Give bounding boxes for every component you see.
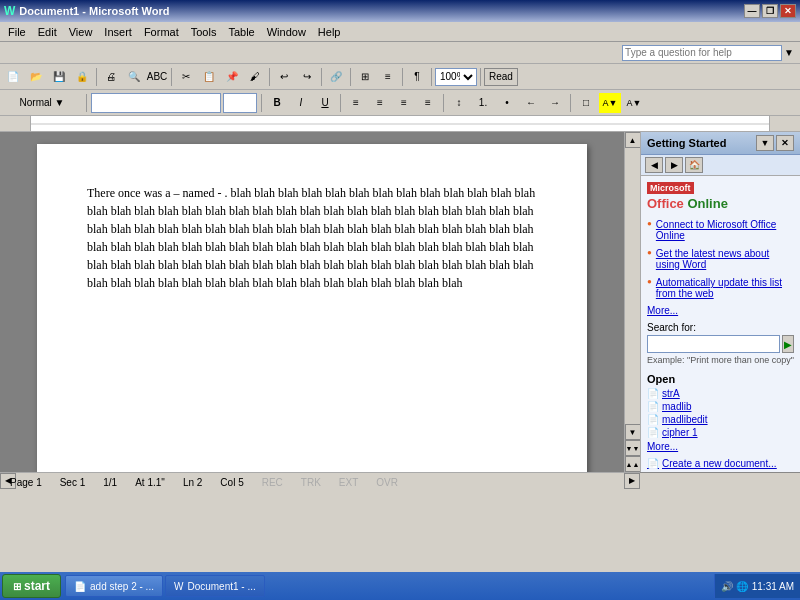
update-link[interactable]: Automatically update this list from the … <box>656 277 794 299</box>
menu-file[interactable]: File <box>2 24 32 40</box>
open-more-link[interactable]: More... <box>647 441 678 452</box>
align-left-btn[interactable]: ≡ <box>345 93 367 113</box>
print-btn[interactable]: 🖨 <box>100 67 122 87</box>
open-file-3[interactable]: cipher 1 <box>662 427 698 438</box>
menu-tools[interactable]: Tools <box>185 24 223 40</box>
increase-indent-btn[interactable]: → <box>544 93 566 113</box>
task-pane-menu-btn[interactable]: ▼ <box>756 135 774 151</box>
read-button[interactable]: Read <box>484 68 518 86</box>
copy-btn[interactable]: 📋 <box>198 67 220 87</box>
highlight-btn[interactable]: A▼ <box>599 93 621 113</box>
align-center-btn[interactable]: ≡ <box>369 93 391 113</box>
system-tray: 🔊 🌐 11:31 AM <box>714 574 800 598</box>
open-btn[interactable]: 📂 <box>25 67 47 87</box>
task-pane-back-btn[interactable]: ◀ <box>645 157 663 173</box>
spell-btn[interactable]: ABC <box>146 67 168 87</box>
search-label: Search for: <box>647 322 794 333</box>
news-link[interactable]: Get the latest news about using Word <box>656 248 794 270</box>
zoom-select[interactable]: 100% 75% 150% <box>435 68 477 86</box>
columns-btn[interactable]: ≡ <box>377 67 399 87</box>
bullet-list-btn[interactable]: • <box>496 93 518 113</box>
taskbar-item-icon-0: 📄 <box>74 581 86 592</box>
font-toolbar: Normal ▼ Times New Roman 12 B I U ≡ ≡ ≡ … <box>0 90 800 116</box>
restore-button[interactable]: ❐ <box>762 4 778 18</box>
table-btn[interactable]: ⊞ <box>354 67 376 87</box>
hyperlink-btn[interactable]: 🔗 <box>325 67 347 87</box>
menu-table[interactable]: Table <box>222 24 260 40</box>
scroll-top-btn[interactable]: ▲▲ <box>625 456 641 472</box>
task-pane-forward-btn[interactable]: ▶ <box>665 157 683 173</box>
vertical-scrollbar[interactable]: ▲ ▼ ▼▼ ▲▲ <box>624 132 640 472</box>
line-spacing-btn[interactable]: ↕ <box>448 93 470 113</box>
italic-btn[interactable]: I <box>290 93 312 113</box>
toolbar-sep-8 <box>480 68 481 86</box>
document-area[interactable]: There once was a – named - . blah blah b… <box>0 132 624 472</box>
open-file-1[interactable]: madlib <box>662 401 691 412</box>
format-painter-btn[interactable]: 🖌 <box>244 67 266 87</box>
outside-border-btn[interactable]: □ <box>575 93 597 113</box>
taskbar-item-0[interactable]: 📄 add step 2 - ... <box>65 575 163 597</box>
font-name-input[interactable]: Times New Roman <box>91 93 221 113</box>
task-pane-close-btn[interactable]: ✕ <box>776 135 794 151</box>
help-bar: ▼ <box>0 42 800 64</box>
minimize-button[interactable]: — <box>744 4 760 18</box>
font-color-btn[interactable]: A▼ <box>623 93 645 113</box>
bullet-dot-3: ● <box>647 277 652 301</box>
task-pane-home-btn[interactable]: 🏠 <box>685 157 703 173</box>
pane-search-input[interactable] <box>647 335 780 353</box>
window-title: Document1 - Microsoft Word <box>19 5 169 17</box>
num-list-btn[interactable]: 1. <box>472 93 494 113</box>
scroll-bottom-btn[interactable]: ▼▼ <box>625 440 641 456</box>
taskbar-item-1[interactable]: W Document1 - ... <box>165 575 265 597</box>
permission-btn[interactable]: 🔒 <box>71 67 93 87</box>
menu-format[interactable]: Format <box>138 24 185 40</box>
document-page: There once was a – named - . blah blah b… <box>37 144 587 472</box>
menu-help[interactable]: Help <box>312 24 347 40</box>
paste-btn[interactable]: 📌 <box>221 67 243 87</box>
page-content[interactable]: There once was a – named - . blah blah b… <box>87 184 537 292</box>
save-btn[interactable]: 💾 <box>48 67 70 87</box>
pane-search-btn[interactable]: ▶ <box>782 335 794 353</box>
task-pane-header: Getting Started ▼ ✕ <box>641 132 800 155</box>
close-button[interactable]: ✕ <box>780 4 796 18</box>
scroll-down-btn[interactable]: ▼ <box>625 424 641 440</box>
scroll-right-btn[interactable]: ▶ <box>624 473 640 489</box>
menu-insert[interactable]: Insert <box>98 24 138 40</box>
help-search-input[interactable] <box>622 45 782 61</box>
create-new-text[interactable]: Create a new document... <box>662 458 777 469</box>
redo-btn[interactable]: ↪ <box>296 67 318 87</box>
justify-btn[interactable]: ≡ <box>417 93 439 113</box>
menu-view[interactable]: View <box>63 24 99 40</box>
more-link[interactable]: More... <box>647 305 678 316</box>
pane-example: Example: "Print more than one copy" <box>647 355 794 365</box>
style-dropdown-btn[interactable]: Normal ▼ <box>2 93 82 113</box>
start-button[interactable]: ⊞ start <box>2 574 61 598</box>
decrease-indent-btn[interactable]: ← <box>520 93 542 113</box>
scroll-up-btn[interactable]: ▲ <box>625 132 641 148</box>
status-page: Page 1 <box>6 477 46 488</box>
toolbar-sep-7 <box>431 68 432 86</box>
create-new-link[interactable]: 📄 Create a new document... <box>647 458 794 469</box>
preview-btn[interactable]: 🔍 <box>123 67 145 87</box>
pane-link-3: ● Automatically update this list from th… <box>647 275 794 301</box>
cut-btn[interactable]: ✂ <box>175 67 197 87</box>
taskbar-items: 📄 add step 2 - ... W Document1 - ... <box>65 575 714 597</box>
help-dropdown-btn[interactable]: ▼ <box>784 47 794 58</box>
scroll-track[interactable] <box>625 148 640 424</box>
show-para-btn[interactable]: ¶ <box>406 67 428 87</box>
menu-window[interactable]: Window <box>261 24 312 40</box>
bold-btn[interactable]: B <box>266 93 288 113</box>
font-size-input[interactable]: 12 <box>223 93 257 113</box>
undo-btn[interactable]: ↩ <box>273 67 295 87</box>
doc-and-scroll: There once was a – named - . blah blah b… <box>0 132 640 472</box>
task-pane-body: Microsoft Office Online ● Connect to Mic… <box>641 176 800 472</box>
connect-link[interactable]: Connect to Microsoft Office Online <box>656 219 794 241</box>
open-file-2[interactable]: madlibedit <box>662 414 708 425</box>
ms-logo: Microsoft <box>647 182 694 194</box>
open-item-2: 📄 madlibedit <box>647 414 794 425</box>
open-file-0[interactable]: strA <box>662 388 680 399</box>
new-btn[interactable]: 📄 <box>2 67 24 87</box>
menu-edit[interactable]: Edit <box>32 24 63 40</box>
align-right-btn[interactable]: ≡ <box>393 93 415 113</box>
underline-btn[interactable]: U <box>314 93 336 113</box>
